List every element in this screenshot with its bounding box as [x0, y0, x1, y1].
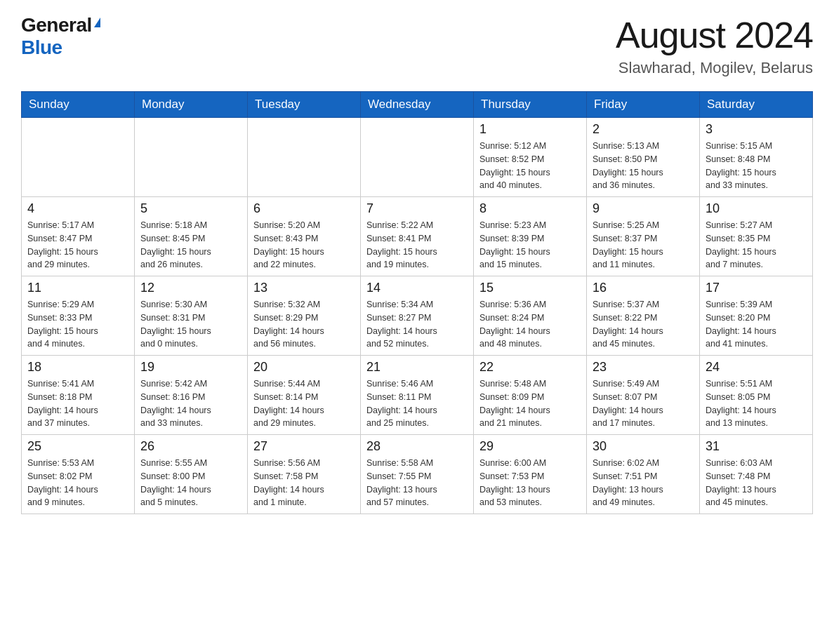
- header: General Blue August 2024 Slawharad, Mogi…: [21, 14, 813, 77]
- day-number: 10: [706, 201, 807, 216]
- day-info: Sunrise: 5:58 AM Sunset: 7:55 PM Dayligh…: [366, 457, 468, 509]
- day-info: Sunrise: 5:44 AM Sunset: 8:14 PM Dayligh…: [253, 377, 355, 430]
- calendar-cell-6: 6Sunrise: 5:20 AM Sunset: 8:43 PM Daylig…: [248, 197, 361, 276]
- day-number: 21: [366, 360, 468, 375]
- day-number: 1: [479, 122, 581, 137]
- calendar-cell-2: 2Sunrise: 5:13 AM Sunset: 8:50 PM Daylig…: [587, 118, 700, 197]
- day-number: 17: [706, 281, 807, 295]
- calendar-week-1: 1Sunrise: 5:12 AM Sunset: 8:52 PM Daylig…: [22, 118, 813, 197]
- calendar-header-friday: Friday: [587, 92, 700, 118]
- calendar-header-wednesday: Wednesday: [361, 92, 474, 118]
- day-info: Sunrise: 5:15 AM Sunset: 8:48 PM Dayligh…: [706, 140, 807, 192]
- logo-blue-text: Blue: [21, 36, 62, 59]
- calendar-cell-26: 26Sunrise: 5:55 AM Sunset: 8:00 PM Dayli…: [135, 435, 248, 514]
- day-info: Sunrise: 5:46 AM Sunset: 8:11 PM Dayligh…: [366, 377, 468, 430]
- day-info: Sunrise: 5:27 AM Sunset: 8:35 PM Dayligh…: [706, 219, 807, 271]
- day-info: Sunrise: 5:39 AM Sunset: 8:20 PM Dayligh…: [706, 298, 807, 351]
- calendar-cell-14: 14Sunrise: 5:34 AM Sunset: 8:27 PM Dayli…: [361, 276, 474, 356]
- calendar-cell-24: 24Sunrise: 5:51 AM Sunset: 8:05 PM Dayli…: [700, 356, 813, 435]
- calendar-cell-empty-0-3: [361, 118, 474, 197]
- day-number: 2: [593, 122, 694, 137]
- calendar-cell-8: 8Sunrise: 5:23 AM Sunset: 8:39 PM Daylig…: [474, 197, 587, 276]
- day-number: 26: [140, 439, 241, 454]
- day-info: Sunrise: 5:53 AM Sunset: 8:02 PM Dayligh…: [27, 457, 128, 509]
- day-info: Sunrise: 5:48 AM Sunset: 8:09 PM Dayligh…: [479, 377, 581, 430]
- day-info: Sunrise: 5:17 AM Sunset: 8:47 PM Dayligh…: [27, 219, 128, 271]
- subtitle: Slawharad, Mogilev, Belarus: [616, 59, 813, 77]
- calendar-cell-4: 4Sunrise: 5:17 AM Sunset: 8:47 PM Daylig…: [22, 197, 135, 276]
- calendar-cell-5: 5Sunrise: 5:18 AM Sunset: 8:45 PM Daylig…: [135, 197, 248, 276]
- calendar-cell-9: 9Sunrise: 5:25 AM Sunset: 8:37 PM Daylig…: [587, 197, 700, 276]
- calendar-header-sunday: Sunday: [22, 92, 135, 118]
- calendar-cell-18: 18Sunrise: 5:41 AM Sunset: 8:18 PM Dayli…: [22, 356, 135, 435]
- calendar-cell-29: 29Sunrise: 6:00 AM Sunset: 7:53 PM Dayli…: [474, 435, 587, 514]
- calendar-cell-28: 28Sunrise: 5:58 AM Sunset: 7:55 PM Dayli…: [361, 435, 474, 514]
- calendar-header-tuesday: Tuesday: [248, 92, 361, 118]
- day-info: Sunrise: 5:36 AM Sunset: 8:24 PM Dayligh…: [479, 298, 581, 351]
- day-number: 7: [366, 201, 468, 216]
- calendar-cell-empty-0-0: [22, 118, 135, 197]
- calendar-cell-21: 21Sunrise: 5:46 AM Sunset: 8:11 PM Dayli…: [361, 356, 474, 435]
- day-info: Sunrise: 5:37 AM Sunset: 8:22 PM Dayligh…: [593, 298, 694, 351]
- calendar-cell-empty-0-2: [248, 118, 361, 197]
- calendar-week-2: 4Sunrise: 5:17 AM Sunset: 8:47 PM Daylig…: [22, 197, 813, 276]
- day-info: Sunrise: 5:20 AM Sunset: 8:43 PM Dayligh…: [253, 219, 355, 271]
- day-info: Sunrise: 5:42 AM Sunset: 8:16 PM Dayligh…: [140, 377, 241, 430]
- calendar-cell-27: 27Sunrise: 5:56 AM Sunset: 7:58 PM Dayli…: [248, 435, 361, 514]
- calendar-table: SundayMondayTuesdayWednesdayThursdayFrid…: [21, 91, 813, 514]
- calendar-cell-3: 3Sunrise: 5:15 AM Sunset: 8:48 PM Daylig…: [700, 118, 813, 197]
- day-number: 22: [479, 360, 581, 375]
- logo-triangle-icon: [94, 18, 100, 27]
- calendar-cell-10: 10Sunrise: 5:27 AM Sunset: 8:35 PM Dayli…: [700, 197, 813, 276]
- day-number: 13: [253, 281, 355, 295]
- day-number: 8: [479, 201, 581, 216]
- calendar-cell-31: 31Sunrise: 6:03 AM Sunset: 7:48 PM Dayli…: [700, 435, 813, 514]
- day-info: Sunrise: 5:18 AM Sunset: 8:45 PM Dayligh…: [140, 219, 241, 271]
- day-number: 6: [253, 201, 355, 216]
- calendar-cell-1: 1Sunrise: 5:12 AM Sunset: 8:52 PM Daylig…: [474, 118, 587, 197]
- calendar-cell-13: 13Sunrise: 5:32 AM Sunset: 8:29 PM Dayli…: [248, 276, 361, 356]
- calendar-week-5: 25Sunrise: 5:53 AM Sunset: 8:02 PM Dayli…: [22, 435, 813, 514]
- calendar-cell-empty-0-1: [135, 118, 248, 197]
- day-number: 28: [366, 439, 468, 454]
- day-number: 24: [706, 360, 807, 375]
- day-number: 12: [140, 281, 241, 295]
- calendar-cell-15: 15Sunrise: 5:36 AM Sunset: 8:24 PM Dayli…: [474, 276, 587, 356]
- calendar-header-saturday: Saturday: [700, 92, 813, 118]
- day-info: Sunrise: 5:56 AM Sunset: 7:58 PM Dayligh…: [253, 457, 355, 509]
- day-number: 16: [593, 281, 694, 295]
- day-number: 19: [140, 360, 241, 375]
- day-number: 27: [253, 439, 355, 454]
- page-title: August 2024: [616, 14, 813, 56]
- calendar-cell-11: 11Sunrise: 5:29 AM Sunset: 8:33 PM Dayli…: [22, 276, 135, 356]
- day-number: 3: [706, 122, 807, 137]
- day-info: Sunrise: 5:51 AM Sunset: 8:05 PM Dayligh…: [706, 377, 807, 430]
- day-number: 25: [27, 439, 128, 454]
- calendar-header-thursday: Thursday: [474, 92, 587, 118]
- calendar-cell-22: 22Sunrise: 5:48 AM Sunset: 8:09 PM Dayli…: [474, 356, 587, 435]
- day-number: 23: [593, 360, 694, 375]
- day-info: Sunrise: 5:34 AM Sunset: 8:27 PM Dayligh…: [366, 298, 468, 351]
- day-info: Sunrise: 5:22 AM Sunset: 8:41 PM Dayligh…: [366, 219, 468, 271]
- day-info: Sunrise: 5:29 AM Sunset: 8:33 PM Dayligh…: [27, 298, 128, 351]
- day-info: Sunrise: 6:03 AM Sunset: 7:48 PM Dayligh…: [706, 457, 807, 509]
- day-number: 14: [366, 281, 468, 295]
- day-info: Sunrise: 5:32 AM Sunset: 8:29 PM Dayligh…: [253, 298, 355, 351]
- day-number: 31: [706, 439, 807, 454]
- day-info: Sunrise: 5:49 AM Sunset: 8:07 PM Dayligh…: [593, 377, 694, 430]
- calendar-header-monday: Monday: [135, 92, 248, 118]
- day-info: Sunrise: 5:55 AM Sunset: 8:00 PM Dayligh…: [140, 457, 241, 509]
- day-number: 4: [27, 201, 128, 216]
- calendar-cell-12: 12Sunrise: 5:30 AM Sunset: 8:31 PM Dayli…: [135, 276, 248, 356]
- calendar-cell-23: 23Sunrise: 5:49 AM Sunset: 8:07 PM Dayli…: [587, 356, 700, 435]
- title-area: August 2024 Slawharad, Mogilev, Belarus: [616, 14, 813, 77]
- day-info: Sunrise: 5:25 AM Sunset: 8:37 PM Dayligh…: [593, 219, 694, 271]
- day-number: 5: [140, 201, 241, 216]
- calendar-week-4: 18Sunrise: 5:41 AM Sunset: 8:18 PM Dayli…: [22, 356, 813, 435]
- calendar-week-3: 11Sunrise: 5:29 AM Sunset: 8:33 PM Dayli…: [22, 276, 813, 356]
- day-info: Sunrise: 5:13 AM Sunset: 8:50 PM Dayligh…: [593, 140, 694, 192]
- day-number: 11: [27, 281, 128, 295]
- calendar-cell-7: 7Sunrise: 5:22 AM Sunset: 8:41 PM Daylig…: [361, 197, 474, 276]
- day-info: Sunrise: 5:30 AM Sunset: 8:31 PM Dayligh…: [140, 298, 241, 351]
- day-number: 18: [27, 360, 128, 375]
